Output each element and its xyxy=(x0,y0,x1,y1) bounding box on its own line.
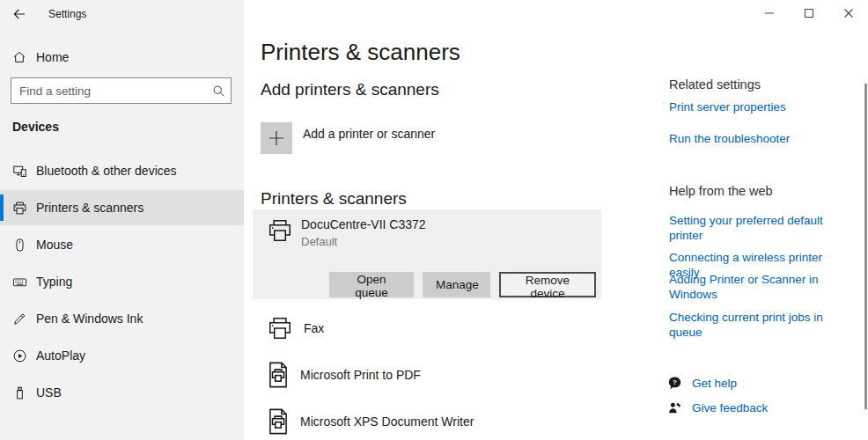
maximize-button[interactable] xyxy=(789,0,828,26)
minimize-button[interactable] xyxy=(749,0,789,26)
get-help-icon: ? xyxy=(667,376,682,391)
sidebar-item-label: Bluetooth & other devices xyxy=(36,164,177,178)
device-name: Microsoft XPS Document Writer xyxy=(300,414,474,429)
sidebar: Settings Home Devices xyxy=(0,0,244,440)
printers-section-heading: Printers & scanners xyxy=(261,189,407,209)
search-icon xyxy=(212,84,225,98)
device-status: Default xyxy=(301,235,426,248)
document-printer-icon xyxy=(267,407,290,436)
sidebar-item-usb[interactable]: USB xyxy=(0,375,244,410)
sidebar-item-typing[interactable]: Typing xyxy=(0,264,244,299)
give-feedback-label: Give feedback xyxy=(692,401,768,414)
svg-text:?: ? xyxy=(673,378,677,386)
sidebar-item-label: Home xyxy=(36,50,69,64)
link-adding-printer[interactable]: Adding Printer or Scanner in Windows xyxy=(669,272,854,302)
sidebar-nav: Bluetooth & other devices Printers & sca… xyxy=(0,153,244,410)
plus-icon xyxy=(261,122,292,154)
sidebar-item-pen[interactable]: Pen & Windows Ink xyxy=(0,301,244,336)
related-settings-heading: Related settings xyxy=(669,77,761,92)
back-arrow-icon xyxy=(12,7,26,21)
close-icon xyxy=(843,8,854,18)
sidebar-item-label: USB xyxy=(36,385,62,400)
search-input[interactable] xyxy=(11,84,206,98)
usb-icon xyxy=(12,385,27,400)
keyboard-icon xyxy=(12,275,27,290)
give-feedback-link[interactable]: Give feedback xyxy=(667,400,768,415)
printer-icon xyxy=(267,315,293,341)
search-box xyxy=(11,77,232,104)
add-printer-label: Add a printer or scanner xyxy=(303,127,435,141)
device-row-docucentre: DocuCentre-VII C3372 Default Open queue … xyxy=(253,209,601,299)
sidebar-item-mouse[interactable]: Mouse xyxy=(0,227,244,262)
feedback-icon xyxy=(667,400,682,415)
device-row-xps-writer[interactable]: Microsoft XPS Document Writer xyxy=(253,401,601,440)
minimize-icon xyxy=(764,8,775,18)
app-title: Settings xyxy=(48,8,86,20)
sidebar-section-heading: Devices xyxy=(12,120,59,134)
document-printer-icon xyxy=(267,361,290,389)
sidebar-item-label: Printers & scanners xyxy=(36,201,143,215)
back-button[interactable] xyxy=(0,0,39,28)
sidebar-item-label: AutoPlay xyxy=(36,348,85,363)
device-name: DocuCentre-VII C3372 xyxy=(301,217,426,231)
open-queue-button[interactable]: Open queue xyxy=(329,272,414,297)
close-button[interactable] xyxy=(828,0,868,26)
remove-device-button[interactable]: Remove device xyxy=(499,272,596,297)
autoplay-icon xyxy=(12,348,27,363)
window-controls xyxy=(749,0,868,26)
sidebar-item-printers[interactable]: Printers & scanners xyxy=(0,190,244,225)
bluetooth-devices-icon xyxy=(12,164,27,179)
sidebar-item-autoplay[interactable]: AutoPlay xyxy=(0,338,244,373)
pen-icon xyxy=(12,312,27,326)
printer-icon xyxy=(12,201,27,216)
link-print-jobs-queue[interactable]: Checking current print jobs in queue xyxy=(669,310,854,340)
add-printer-button[interactable]: Add a printer or scanner xyxy=(261,122,435,154)
manage-button[interactable]: Manage xyxy=(423,272,490,297)
get-help-label: Get help xyxy=(692,377,737,390)
add-section-heading: Add printers & scanners xyxy=(261,80,439,99)
link-print-server-properties[interactable]: Print server properties xyxy=(669,99,854,114)
scrollbar[interactable] xyxy=(864,84,867,409)
page-title: Printers & scanners xyxy=(261,39,460,66)
get-help-link[interactable]: ? Get help xyxy=(667,376,737,391)
device-name: Fax xyxy=(304,321,324,335)
device-row-fax[interactable]: Fax xyxy=(253,308,601,348)
device-name: Microsoft Print to PDF xyxy=(300,368,421,382)
search-button[interactable] xyxy=(206,78,231,103)
printer-icon xyxy=(267,217,293,244)
titlebar: Settings xyxy=(0,0,244,28)
link-run-troubleshooter[interactable]: Run the troubleshooter xyxy=(669,131,854,146)
sidebar-item-label: Pen & Windows Ink xyxy=(36,312,143,326)
sidebar-item-label: Mouse xyxy=(36,238,73,252)
maximize-icon xyxy=(804,8,814,18)
settings-window: Settings Home Devices xyxy=(0,0,868,440)
device-row-print-to-pdf[interactable]: Microsoft Print to PDF xyxy=(253,355,601,395)
device-actions: Open queue Manage Remove device xyxy=(329,272,596,297)
home-icon xyxy=(12,50,26,64)
mouse-icon xyxy=(12,238,27,253)
help-from-web-heading: Help from the web xyxy=(669,184,773,198)
sidebar-item-home[interactable]: Home xyxy=(0,42,244,72)
link-default-printer[interactable]: Setting your preferred default printer xyxy=(669,213,854,243)
sidebar-item-label: Typing xyxy=(36,275,72,289)
sidebar-item-bluetooth[interactable]: Bluetooth & other devices xyxy=(0,153,244,188)
device-header[interactable]: DocuCentre-VII C3372 Default xyxy=(253,209,601,248)
